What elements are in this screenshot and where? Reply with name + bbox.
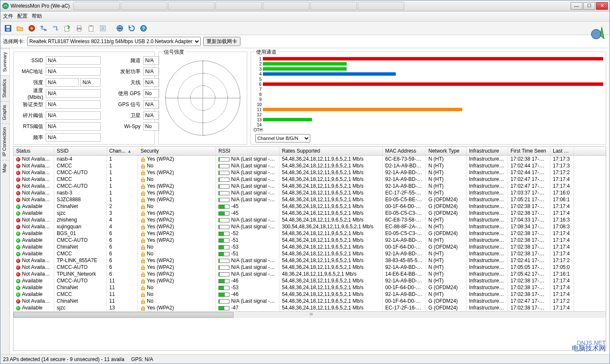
channel-use-select[interactable]: Channel Use B/G/N (255, 134, 310, 142)
table-row[interactable]: Not Availablezhisheng4Yes (WPA2)N/A (Las… (14, 216, 606, 223)
tab-map[interactable]: Map (0, 160, 9, 176)
rssi-bar-icon (218, 164, 229, 168)
col-rates[interactable]: Rates Supported (279, 147, 383, 155)
rssi-bar-icon (218, 205, 229, 209)
watermark-text: 电脑技术网 (572, 344, 606, 353)
field-frag: N/A (46, 111, 101, 120)
table-row[interactable]: AvailableCMCC-AUTO11Yes (WPA2)-4654,48,3… (14, 277, 606, 284)
refresh-icon[interactable] (127, 23, 137, 33)
channel-row: 14 (254, 122, 603, 127)
tab-summary[interactable]: Summary (0, 48, 9, 75)
field-ssid: N/A (46, 56, 101, 65)
menu-config[interactable]: 配置 (17, 13, 28, 20)
nic-select[interactable]: Realtek RTL8187 Wireless 802.11b/g 54Mbp… (27, 37, 201, 46)
table-row[interactable]: AvailableBGS_016Yes (WPA2)-5254,48,36,24… (14, 230, 606, 237)
save-icon[interactable] (3, 23, 13, 33)
table-row[interactable]: AvailableChinaNet6No-5354,48,36,24,18,12… (14, 244, 606, 250)
svg-rect-47 (141, 220, 145, 222)
status-dot-icon (16, 178, 20, 182)
table-row[interactable]: AvailableCMCC6No-5154,48,36,24,18,12,11,… (14, 250, 606, 257)
window-title: WirelessMon Pro (We-aC) (11, 3, 70, 9)
svg-rect-43 (141, 193, 145, 195)
close-button[interactable]: ✕ (596, 2, 608, 10)
rssi-bar-icon (218, 184, 229, 189)
table-row[interactable]: Availablesjzc13Yes (WPA2)-4754,48,36,24,… (14, 304, 606, 311)
field-mac: N/A (46, 67, 101, 76)
svg-rect-48 (141, 227, 145, 229)
svg-rect-51 (141, 247, 145, 249)
menubar: 文件 配置 帮助 (0, 11, 610, 22)
status-dot-icon (16, 293, 20, 297)
table-row[interactable]: Not AvailableTP-LINK_855A7E6Yes (WPA2)N/… (14, 257, 606, 264)
table-row[interactable]: AvailableCMCC-AUTO6Yes (WPA2)-5154,48,36… (14, 237, 606, 244)
svg-rect-59 (141, 301, 145, 304)
grid-header: Status SSID Chan...▲ Security RSSI Rates… (14, 147, 606, 156)
field-auth: N/A (46, 100, 101, 109)
connection-fields: SSIDN/A 频道N/A MAC地址N/A 发射功率N/A 强度N/AN/A … (13, 52, 155, 145)
col-infrastructure[interactable]: Infrastructure (466, 147, 508, 155)
col-security[interactable]: Security (138, 147, 216, 155)
export-icon[interactable] (62, 23, 72, 33)
tab-graphs[interactable]: Graphs (0, 101, 9, 123)
table-row[interactable]: Not Availablenasb-31Yes (WPA2)N/A (Last … (14, 189, 606, 196)
table-row[interactable]: Not AvailableCMCC1NoN/A (Last signal -52… (14, 176, 606, 183)
svg-rect-45 (141, 206, 145, 209)
table-row[interactable]: Not AvailableTPLINK_Network6Yes (WPA2)N/… (14, 271, 606, 277)
network-icon[interactable] (39, 23, 49, 33)
rssi-bar-icon (218, 178, 229, 182)
svg-rect-12 (77, 26, 81, 28)
col-network-type[interactable]: Network Type (426, 147, 466, 155)
tab-ipconnection[interactable]: IP Connection (0, 123, 9, 160)
table-row[interactable]: Not Availablexujingquan4Yes (WPA2)N/A (L… (14, 223, 606, 230)
maximize-button[interactable]: ☐ (583, 2, 595, 10)
clipboard-icon[interactable] (86, 23, 96, 33)
titlebar: WirelessMon Pro (We-aC) — ☐ ✕ (0, 0, 610, 11)
horizontal-scrollbar[interactable]: III (14, 311, 606, 318)
field-channel: N/A (143, 56, 159, 65)
table-row[interactable]: Availablesjzc3Yes (WPA2)-4554,48,36,24,1… (14, 210, 606, 216)
col-first-seen[interactable]: First Time Seen (508, 147, 550, 155)
status-dot-icon (16, 245, 20, 249)
svg-rect-57 (141, 287, 145, 290)
polar-chart-icon (161, 55, 244, 142)
globe-icon[interactable] (115, 23, 125, 33)
col-channel[interactable]: Chan...▲ (107, 147, 138, 155)
menu-file[interactable]: 文件 (3, 13, 13, 20)
tab-statistics[interactable]: Statistics (0, 75, 9, 101)
table-row[interactable]: AvailableCMCC11No-4654,48,36,24,18,12,11… (14, 291, 606, 298)
menu-help[interactable]: 帮助 (32, 13, 42, 20)
table-row[interactable]: Not AvailableCMCC-AUTO1Yes (WPA2)N/A (La… (14, 169, 606, 176)
print-icon[interactable] (74, 23, 84, 33)
list-icon[interactable] (98, 23, 108, 33)
table-row[interactable]: AvailableChinaNet2No-4554,48,36,24,18,12… (14, 203, 606, 210)
status-dot-icon (16, 171, 20, 175)
status-dot-icon (16, 272, 20, 276)
svg-rect-15 (90, 25, 92, 27)
channel-row: 12 (254, 112, 603, 117)
rssi-bar-icon (218, 191, 229, 195)
table-row[interactable]: Not AvailableSJZC88881Yes (WPA2)N/A (Las… (14, 196, 606, 203)
svg-rect-55 (141, 274, 145, 276)
col-last-time[interactable]: Last Tim (550, 147, 574, 155)
minimize-button[interactable]: — (571, 2, 582, 10)
table-row[interactable]: Not AvailableCMCC-AUTO1Yes (WPA2)N/A (La… (14, 183, 606, 189)
svg-point-5 (30, 27, 33, 30)
col-status[interactable]: Status (14, 147, 54, 155)
col-rssi[interactable]: RSSI (216, 147, 279, 155)
connect-icon[interactable] (50, 23, 61, 33)
reload-nic-button[interactable]: 重新加载网卡 (203, 37, 240, 46)
table-row[interactable]: Not AvailableCMCC1NoN/A (Last signal -54… (14, 162, 606, 169)
help-icon[interactable]: ? (138, 23, 149, 33)
ap-grid[interactable]: Status SSID Chan...▲ Security RSSI Rates… (13, 146, 606, 351)
channel-row: 6 (254, 82, 603, 87)
record-icon[interactable] (27, 23, 37, 33)
svg-rect-54 (141, 267, 145, 270)
side-tabs: Summary Statistics Graphs IP Connection … (0, 48, 10, 354)
folder-icon[interactable] (15, 23, 25, 33)
table-row[interactable]: AvailableChinaNet11No-5354,48,36,24,18,1… (14, 284, 606, 291)
table-row[interactable]: Not Availablenasb-41Yes (WPA2)N/A (Last … (14, 156, 606, 162)
table-row[interactable]: Not AvailableChinaNet11NoN/A (Last signa… (14, 298, 606, 304)
col-ssid[interactable]: SSID (54, 147, 107, 155)
col-mac[interactable]: MAC Address (383, 147, 426, 155)
table-row[interactable]: Not AvailableCMCC-AUTO6Yes (WPA2)N/A (La… (14, 264, 606, 271)
